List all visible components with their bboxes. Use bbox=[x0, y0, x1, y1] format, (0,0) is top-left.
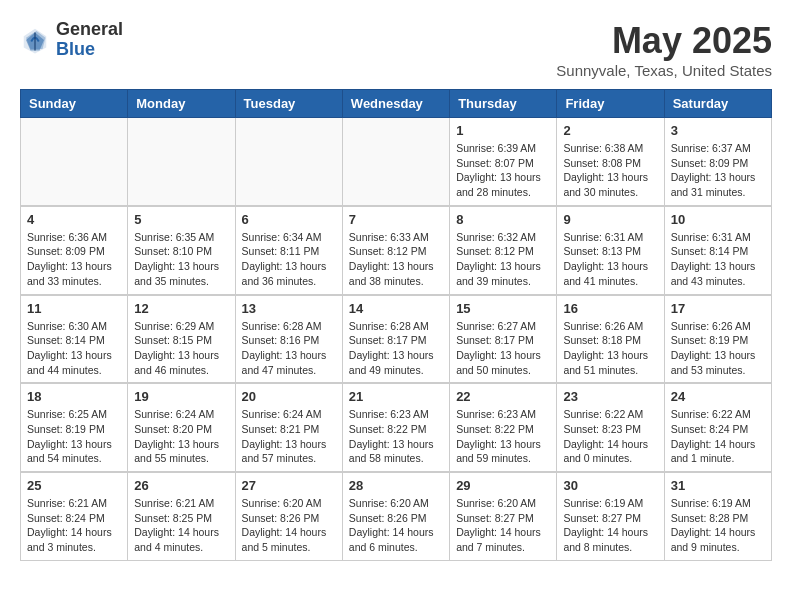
day-number: 6 bbox=[242, 212, 336, 227]
calendar-cell: 25Sunrise: 6:21 AM Sunset: 8:24 PM Dayli… bbox=[21, 473, 128, 561]
day-info: Sunrise: 6:21 AM Sunset: 8:24 PM Dayligh… bbox=[27, 496, 121, 555]
day-info: Sunrise: 6:27 AM Sunset: 8:17 PM Dayligh… bbox=[456, 319, 550, 378]
day-info: Sunrise: 6:35 AM Sunset: 8:10 PM Dayligh… bbox=[134, 230, 228, 289]
calendar-cell bbox=[21, 118, 128, 206]
calendar-cell: 3Sunrise: 6:37 AM Sunset: 8:09 PM Daylig… bbox=[664, 118, 771, 206]
day-number: 26 bbox=[134, 478, 228, 493]
calendar-header-saturday: Saturday bbox=[664, 90, 771, 118]
calendar-cell: 8Sunrise: 6:32 AM Sunset: 8:12 PM Daylig… bbox=[450, 206, 557, 294]
calendar-cell: 9Sunrise: 6:31 AM Sunset: 8:13 PM Daylig… bbox=[557, 206, 664, 294]
week-row-3: 11Sunrise: 6:30 AM Sunset: 8:14 PM Dayli… bbox=[21, 295, 772, 383]
day-info: Sunrise: 6:31 AM Sunset: 8:13 PM Dayligh… bbox=[563, 230, 657, 289]
day-number: 1 bbox=[456, 123, 550, 138]
week-row-2: 4Sunrise: 6:36 AM Sunset: 8:09 PM Daylig… bbox=[21, 206, 772, 294]
day-number: 22 bbox=[456, 389, 550, 404]
calendar-cell: 28Sunrise: 6:20 AM Sunset: 8:26 PM Dayli… bbox=[342, 473, 449, 561]
calendar-cell bbox=[342, 118, 449, 206]
day-number: 18 bbox=[27, 389, 121, 404]
day-info: Sunrise: 6:25 AM Sunset: 8:19 PM Dayligh… bbox=[27, 407, 121, 466]
month-title: May 2025 bbox=[556, 20, 772, 62]
day-number: 2 bbox=[563, 123, 657, 138]
day-number: 28 bbox=[349, 478, 443, 493]
calendar-cell: 1Sunrise: 6:39 AM Sunset: 8:07 PM Daylig… bbox=[450, 118, 557, 206]
calendar-cell: 31Sunrise: 6:19 AM Sunset: 8:28 PM Dayli… bbox=[664, 473, 771, 561]
day-info: Sunrise: 6:22 AM Sunset: 8:23 PM Dayligh… bbox=[563, 407, 657, 466]
day-info: Sunrise: 6:29 AM Sunset: 8:15 PM Dayligh… bbox=[134, 319, 228, 378]
day-number: 17 bbox=[671, 301, 765, 316]
day-number: 29 bbox=[456, 478, 550, 493]
calendar-cell: 30Sunrise: 6:19 AM Sunset: 8:27 PM Dayli… bbox=[557, 473, 664, 561]
day-info: Sunrise: 6:21 AM Sunset: 8:25 PM Dayligh… bbox=[134, 496, 228, 555]
day-number: 10 bbox=[671, 212, 765, 227]
logo-general-text: General bbox=[56, 19, 123, 39]
day-number: 27 bbox=[242, 478, 336, 493]
day-number: 13 bbox=[242, 301, 336, 316]
day-number: 24 bbox=[671, 389, 765, 404]
day-info: Sunrise: 6:26 AM Sunset: 8:18 PM Dayligh… bbox=[563, 319, 657, 378]
day-info: Sunrise: 6:20 AM Sunset: 8:26 PM Dayligh… bbox=[242, 496, 336, 555]
day-info: Sunrise: 6:24 AM Sunset: 8:21 PM Dayligh… bbox=[242, 407, 336, 466]
calendar-cell bbox=[128, 118, 235, 206]
day-info: Sunrise: 6:31 AM Sunset: 8:14 PM Dayligh… bbox=[671, 230, 765, 289]
day-number: 23 bbox=[563, 389, 657, 404]
calendar-cell: 2Sunrise: 6:38 AM Sunset: 8:08 PM Daylig… bbox=[557, 118, 664, 206]
calendar-cell: 24Sunrise: 6:22 AM Sunset: 8:24 PM Dayli… bbox=[664, 384, 771, 472]
calendar-cell: 7Sunrise: 6:33 AM Sunset: 8:12 PM Daylig… bbox=[342, 206, 449, 294]
calendar-cell: 17Sunrise: 6:26 AM Sunset: 8:19 PM Dayli… bbox=[664, 295, 771, 383]
calendar-cell: 4Sunrise: 6:36 AM Sunset: 8:09 PM Daylig… bbox=[21, 206, 128, 294]
page-header: General Blue May 2025 Sunnyvale, Texas, … bbox=[20, 20, 772, 79]
calendar-cell: 14Sunrise: 6:28 AM Sunset: 8:17 PM Dayli… bbox=[342, 295, 449, 383]
calendar-header-wednesday: Wednesday bbox=[342, 90, 449, 118]
calendar-cell: 16Sunrise: 6:26 AM Sunset: 8:18 PM Dayli… bbox=[557, 295, 664, 383]
title-block: May 2025 Sunnyvale, Texas, United States bbox=[556, 20, 772, 79]
day-number: 7 bbox=[349, 212, 443, 227]
day-number: 5 bbox=[134, 212, 228, 227]
day-number: 31 bbox=[671, 478, 765, 493]
day-number: 11 bbox=[27, 301, 121, 316]
logo: General Blue bbox=[20, 20, 123, 60]
day-number: 14 bbox=[349, 301, 443, 316]
day-info: Sunrise: 6:32 AM Sunset: 8:12 PM Dayligh… bbox=[456, 230, 550, 289]
calendar-cell: 15Sunrise: 6:27 AM Sunset: 8:17 PM Dayli… bbox=[450, 295, 557, 383]
calendar-cell: 6Sunrise: 6:34 AM Sunset: 8:11 PM Daylig… bbox=[235, 206, 342, 294]
day-info: Sunrise: 6:20 AM Sunset: 8:27 PM Dayligh… bbox=[456, 496, 550, 555]
day-number: 9 bbox=[563, 212, 657, 227]
calendar-table: SundayMondayTuesdayWednesdayThursdayFrid… bbox=[20, 89, 772, 561]
day-number: 25 bbox=[27, 478, 121, 493]
week-row-5: 25Sunrise: 6:21 AM Sunset: 8:24 PM Dayli… bbox=[21, 473, 772, 561]
logo-blue-text: Blue bbox=[56, 39, 95, 59]
calendar-header-friday: Friday bbox=[557, 90, 664, 118]
calendar-cell: 20Sunrise: 6:24 AM Sunset: 8:21 PM Dayli… bbox=[235, 384, 342, 472]
day-info: Sunrise: 6:30 AM Sunset: 8:14 PM Dayligh… bbox=[27, 319, 121, 378]
week-row-1: 1Sunrise: 6:39 AM Sunset: 8:07 PM Daylig… bbox=[21, 118, 772, 206]
day-number: 16 bbox=[563, 301, 657, 316]
day-info: Sunrise: 6:36 AM Sunset: 8:09 PM Dayligh… bbox=[27, 230, 121, 289]
calendar-cell: 21Sunrise: 6:23 AM Sunset: 8:22 PM Dayli… bbox=[342, 384, 449, 472]
calendar-cell: 27Sunrise: 6:20 AM Sunset: 8:26 PM Dayli… bbox=[235, 473, 342, 561]
calendar-cell: 22Sunrise: 6:23 AM Sunset: 8:22 PM Dayli… bbox=[450, 384, 557, 472]
calendar-cell bbox=[235, 118, 342, 206]
day-info: Sunrise: 6:24 AM Sunset: 8:20 PM Dayligh… bbox=[134, 407, 228, 466]
day-number: 20 bbox=[242, 389, 336, 404]
location: Sunnyvale, Texas, United States bbox=[556, 62, 772, 79]
day-info: Sunrise: 6:39 AM Sunset: 8:07 PM Dayligh… bbox=[456, 141, 550, 200]
day-number: 8 bbox=[456, 212, 550, 227]
logo-icon bbox=[20, 25, 50, 55]
calendar-cell: 11Sunrise: 6:30 AM Sunset: 8:14 PM Dayli… bbox=[21, 295, 128, 383]
day-number: 4 bbox=[27, 212, 121, 227]
day-number: 19 bbox=[134, 389, 228, 404]
calendar-cell: 26Sunrise: 6:21 AM Sunset: 8:25 PM Dayli… bbox=[128, 473, 235, 561]
day-info: Sunrise: 6:22 AM Sunset: 8:24 PM Dayligh… bbox=[671, 407, 765, 466]
calendar-cell: 12Sunrise: 6:29 AM Sunset: 8:15 PM Dayli… bbox=[128, 295, 235, 383]
day-info: Sunrise: 6:23 AM Sunset: 8:22 PM Dayligh… bbox=[349, 407, 443, 466]
day-number: 15 bbox=[456, 301, 550, 316]
day-info: Sunrise: 6:37 AM Sunset: 8:09 PM Dayligh… bbox=[671, 141, 765, 200]
day-info: Sunrise: 6:20 AM Sunset: 8:26 PM Dayligh… bbox=[349, 496, 443, 555]
day-info: Sunrise: 6:26 AM Sunset: 8:19 PM Dayligh… bbox=[671, 319, 765, 378]
calendar-cell: 18Sunrise: 6:25 AM Sunset: 8:19 PM Dayli… bbox=[21, 384, 128, 472]
calendar-cell: 10Sunrise: 6:31 AM Sunset: 8:14 PM Dayli… bbox=[664, 206, 771, 294]
day-info: Sunrise: 6:34 AM Sunset: 8:11 PM Dayligh… bbox=[242, 230, 336, 289]
day-info: Sunrise: 6:19 AM Sunset: 8:27 PM Dayligh… bbox=[563, 496, 657, 555]
day-number: 12 bbox=[134, 301, 228, 316]
calendar-cell: 19Sunrise: 6:24 AM Sunset: 8:20 PM Dayli… bbox=[128, 384, 235, 472]
